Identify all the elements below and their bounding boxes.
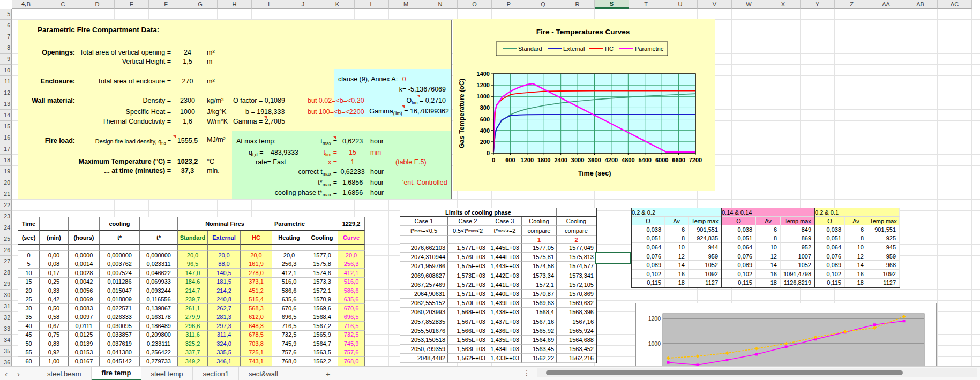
table1-cell[interactable]: 0,163178 (140, 313, 178, 322)
table1-cell[interactable]: 20,0 (272, 251, 306, 260)
limits-cell[interactable]: 1,565E+03 (448, 336, 488, 345)
o-av-cell[interactable]: 0,076 (632, 252, 665, 261)
table1-cell[interactable]: 0,0083 (69, 304, 100, 313)
row-header-8[interactable]: 8 (0, 42, 12, 54)
limits-cell[interactable]: 2053,150518 (400, 336, 448, 345)
table1-cell[interactable]: 0,0028 (69, 269, 100, 278)
table1-cell[interactable]: 279,9 (178, 313, 208, 322)
limits-cell[interactable]: 1,575E+03 (448, 262, 488, 271)
row-header-9[interactable]: 9 (0, 54, 12, 65)
limits-cell[interactable]: 1575,81 (522, 253, 557, 262)
table1-cell[interactable]: 768,0 (272, 357, 306, 366)
limits-case-header[interactable]: Case 3 (488, 217, 522, 226)
table1-cell[interactable]: 0,046622 (140, 269, 178, 278)
column-header-S[interactable]: S (595, 0, 629, 9)
table1-cell[interactable]: 732,5 (338, 331, 365, 340)
limits-cell[interactable]: 1,571E+03 (448, 290, 488, 299)
o-av-cell[interactable]: 12 (665, 252, 689, 261)
limits-cell[interactable]: 1,441E+03 (488, 280, 522, 290)
o-av-cell[interactable]: 0,076 (722, 252, 756, 261)
table1-cell[interactable]: 696,5 (338, 313, 365, 322)
table1-group-header[interactable]: 1229,2 (338, 217, 365, 231)
table1-cell[interactable]: 40 (18, 322, 40, 331)
table1-cell[interactable]: 1577,0 (306, 251, 338, 260)
limits-cell[interactable]: 1,434E+03 (488, 345, 522, 354)
table1-cell[interactable]: 0,023311 (140, 260, 178, 269)
o-av-cell[interactable]: 10 (665, 243, 689, 252)
table1-cell[interactable]: 0,0097 (69, 313, 100, 322)
row-header-13[interactable]: 13 (0, 98, 12, 110)
row-header-14[interactable]: 14 (0, 110, 12, 121)
row-header-31[interactable]: 31 (0, 301, 12, 312)
max-temp-value[interactable]: 1023,2 (173, 158, 203, 165)
row-header-16[interactable]: 16 (0, 132, 12, 143)
table1-cell[interactable]: 0,069933 (140, 278, 178, 287)
table1-spacer-cell[interactable] (178, 245, 208, 251)
o-av-cell[interactable]: 924,835 (689, 234, 722, 244)
o-av-cell[interactable]: 14 (756, 261, 781, 270)
o-av-cell[interactable]: 8 (665, 234, 689, 244)
o-av-cell[interactable]: 0,102 (722, 270, 756, 279)
o-av-cell[interactable]: 901,551 (867, 225, 900, 234)
o-av-cell[interactable]: 945 (867, 243, 900, 252)
column-header-U[interactable]: U (663, 0, 698, 9)
table1-group-header[interactable]: Parametric (272, 217, 338, 231)
limits-cell[interactable]: 1,570E+03 (448, 299, 488, 308)
o-av-cell[interactable]: 0,089 (722, 261, 756, 270)
table1-cell[interactable]: 0,007524 (100, 269, 140, 278)
limits-cell[interactable]: 1562,22 (522, 354, 557, 363)
row-header-7[interactable]: 7 (0, 31, 12, 42)
o-av-col-header[interactable]: O (815, 217, 845, 225)
o-av-cell[interactable]: 6 (665, 225, 689, 234)
o-av-cell[interactable]: 0,102 (815, 270, 845, 279)
row-header-27[interactable]: 27 (0, 256, 12, 267)
table1-col-header[interactable]: (hours) (69, 231, 100, 245)
row-header-17[interactable]: 17 (0, 143, 12, 155)
column-header-P[interactable]: P (492, 0, 526, 9)
table1-cell[interactable]: 0,037619 (100, 339, 140, 348)
scrollbar-thumb[interactable] (546, 370, 903, 375)
column-header-V[interactable]: V (698, 0, 732, 9)
specific-heat-value[interactable]: 1000 (173, 108, 203, 116)
table1-col-header[interactable]: Heating (272, 231, 306, 245)
table1-cell[interactable]: 0,0014 (69, 260, 100, 269)
table1-cell[interactable]: 0,0139 (69, 339, 100, 348)
o-av-cell[interactable]: 0,115 (815, 279, 845, 288)
table1-cell[interactable]: 20,0 (338, 251, 365, 260)
table1-cell[interactable]: 262,7 (208, 304, 241, 313)
table1-cell[interactable]: 0,030095 (100, 322, 140, 331)
table1-cell[interactable]: 0,011286 (100, 278, 140, 287)
table1-spacer-cell[interactable] (69, 245, 100, 251)
table1-cell[interactable]: 55 (18, 348, 40, 358)
limits-cell[interactable]: 1573,34 (522, 271, 557, 280)
table1-group-header[interactable]: Nominal Fires (178, 217, 272, 231)
table1-cell[interactable]: 0,0111 (69, 322, 100, 331)
table1-cell[interactable]: 1567,2 (306, 322, 338, 331)
table1-cell[interactable]: 373,1 (241, 278, 272, 287)
column-header-W[interactable]: W (732, 0, 766, 9)
o-av-cell[interactable]: 12 (845, 252, 867, 261)
o-av-cell[interactable]: 0,076 (815, 252, 845, 261)
table1-cell[interactable]: 35 (18, 313, 40, 322)
column-header-O[interactable]: O (458, 0, 492, 9)
tabs-scroll-right-icon[interactable]: › (12, 367, 25, 380)
table1-cell[interactable]: 96,5 (178, 260, 208, 269)
limits-case-header[interactable]: Case 2 (448, 217, 488, 226)
table1-cell[interactable]: 0,015047 (100, 286, 140, 295)
row-header-34[interactable]: 34 (0, 335, 12, 346)
limits-cell[interactable]: 1,444E+03 (488, 253, 522, 262)
limits-cell[interactable]: 1567,16 (557, 317, 596, 326)
limits-cell[interactable]: 2076,662103 (400, 244, 448, 253)
table1-cell[interactable]: 0,116556 (140, 295, 178, 305)
limits-case-header[interactable]: Cooling (522, 217, 557, 226)
limits-cell[interactable]: 1565,924 (557, 326, 596, 336)
o-av-cell[interactable]: 925 (867, 234, 900, 244)
table1-cell[interactable]: 1564,7 (306, 339, 338, 348)
table1-cell[interactable]: 20 (18, 286, 40, 295)
table1-cell[interactable]: 412,1 (272, 269, 306, 278)
table1-cell[interactable]: 451,2 (241, 286, 272, 295)
table1-cell[interactable]: 20,0 (208, 251, 241, 260)
limits-cell[interactable]: 1,568E+03 (448, 308, 488, 317)
o-av-cell[interactable]: 1127 (689, 279, 722, 288)
o-av-cell[interactable]: 8 (845, 234, 867, 244)
